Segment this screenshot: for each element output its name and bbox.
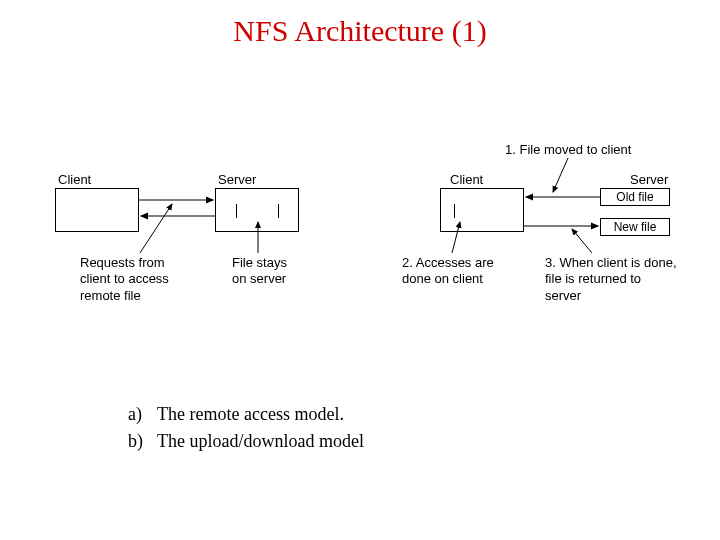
label-left-client: Client	[58, 172, 91, 188]
label-left-server: Server	[218, 172, 256, 188]
new-file-box: New file	[600, 218, 670, 236]
label-right-server: Server	[630, 172, 668, 188]
old-file-box: Old file	[600, 188, 670, 206]
footer-item-a-text: The remote access model.	[151, 402, 370, 427]
svg-line-8	[572, 229, 592, 253]
footer-item-a-marker: a)	[122, 402, 149, 427]
left-server-file-tick-2	[278, 204, 279, 218]
svg-line-4	[553, 158, 568, 192]
annotation-returned: 3. When client is done, file is returned…	[545, 255, 677, 304]
slide-title: NFS Architecture (1)	[0, 14, 720, 48]
annotation-accesses: 2. Accesses are done on client	[402, 255, 494, 288]
left-server-file-tick-1	[236, 204, 237, 218]
annotation-file-stays: File stays on server	[232, 255, 287, 288]
left-server-box	[215, 188, 299, 232]
footer-item-b-marker: b)	[122, 429, 149, 454]
label-right-client: Client	[450, 172, 483, 188]
svg-line-5	[140, 204, 172, 253]
right-client-box	[440, 188, 524, 232]
footer-list: a) The remote access model. b) The uploa…	[120, 400, 372, 456]
footer-item-a: a) The remote access model.	[122, 402, 370, 427]
left-client-box	[55, 188, 139, 232]
annotation-requests: Requests from client to access remote fi…	[80, 255, 169, 304]
footer-item-b-text: The upload/download model	[151, 429, 370, 454]
footer-item-b: b) The upload/download model	[122, 429, 370, 454]
right-client-file-tick	[454, 204, 455, 218]
annotation-file-moved: 1. File moved to client	[505, 142, 631, 158]
